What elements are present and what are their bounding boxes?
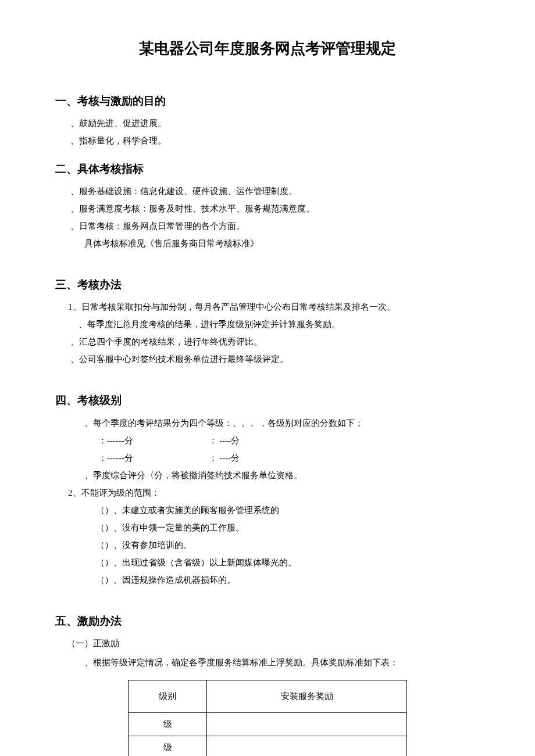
s1-item-2: 、指标量化，科学合理。 (70, 133, 480, 149)
table-header-row: 级别 安装服务奖励 (129, 680, 407, 712)
s1-item-1: 、鼓励先进、促进进展。 (70, 116, 480, 131)
section-3-heading: 三、考核办法 (55, 275, 480, 295)
s2-item-2: 、服务满意度考核：服务及时性、技术水平、服务规范满意度。 (70, 201, 480, 217)
s4-score-2a: ：------分 (98, 450, 169, 466)
table-cell-level: 级 (129, 712, 207, 736)
s4-score-1b: ： ----分 (209, 436, 240, 445)
s4-score-2b: ： ----分 (209, 453, 240, 463)
section-4-heading: 四、考核级别 (55, 390, 480, 410)
s4-paren-3: （）、没有参加培训的。 (96, 538, 480, 553)
section-5-heading: 五、激励办法 (55, 611, 480, 631)
s2-item-1: 、服务基础设施：信息化建设、硬件设施、运作管理制度。 (70, 184, 480, 199)
table-header-level: 级别 (129, 680, 207, 712)
s4-paren-1: （）、未建立或者实施美的顾客服务管理系统的 (96, 503, 480, 518)
s4-paren-2: （）、没有申领一定量的美的工作服。 (96, 520, 480, 536)
document-title: 某电器公司年度服务网点考评管理规定 (55, 35, 480, 62)
s4-score-line-1: ：------分 ： ----分 (98, 433, 480, 449)
s3-item-2: 、每季度汇总月度考核的结果，进行季度级别评定并计算服务奖励。 (79, 317, 480, 332)
s4-score-1a: ：------分 (98, 433, 169, 449)
s5-sub-1: （一）正激励 (67, 636, 480, 651)
section-2-heading: 二、具体考核指标 (55, 159, 480, 179)
s2-item-4: 具体考核标准见《售后服务商日常考核标准》 (84, 236, 480, 252)
reward-table: 级别 安装服务奖励 级 级 级 级 取消服务奖励 (128, 680, 407, 756)
section-1-heading: 一、考核与激励的目的 (55, 91, 480, 111)
table-row: 级 (129, 712, 407, 736)
s3-item-3: 、汇总四个季度的考核结果，进行年终优秀评比。 (70, 334, 480, 350)
s4-score-line-2: ：------分 ： ----分 (98, 450, 480, 466)
s3-item-4: 、公司客服中心对签约技术服务单位进行最终等级评定。 (70, 352, 480, 367)
s2-item-3: 、日常考核：服务网点日常管理的各个方面。 (70, 218, 480, 234)
s4-paren-4: （）、出现过省级（含省级）以上新闻媒体曝光的。 (96, 555, 480, 571)
table-cell-reward (207, 712, 407, 736)
table-cell-reward (207, 736, 407, 756)
table-header-reward: 安装服务奖励 (207, 680, 407, 712)
table-cell-level: 级 (129, 736, 207, 756)
s4-paren-5: （）、因违规操作造成机器损坏的。 (96, 572, 480, 588)
table-row: 级 (129, 736, 407, 756)
s5-item-1: 、根据等级评定情况，确定各季度服务结算标准上浮奖励。具体奖励标准如下表： (84, 655, 480, 671)
s4-item-3: 2、不能评为级的范围： (68, 485, 480, 501)
s4-item-1: 、每个季度的考评结果分为四个等级：、、、，各级别对应的分数如下； (84, 415, 480, 431)
s3-item-1: 1、日常考核采取扣分与加分制，每月各产品管理中心公布日常考核结果及排名一次。 (68, 299, 480, 315)
s4-item-2: 、季度综合评分〈分，将被撤消签约技术服务单位资格。 (84, 468, 480, 483)
